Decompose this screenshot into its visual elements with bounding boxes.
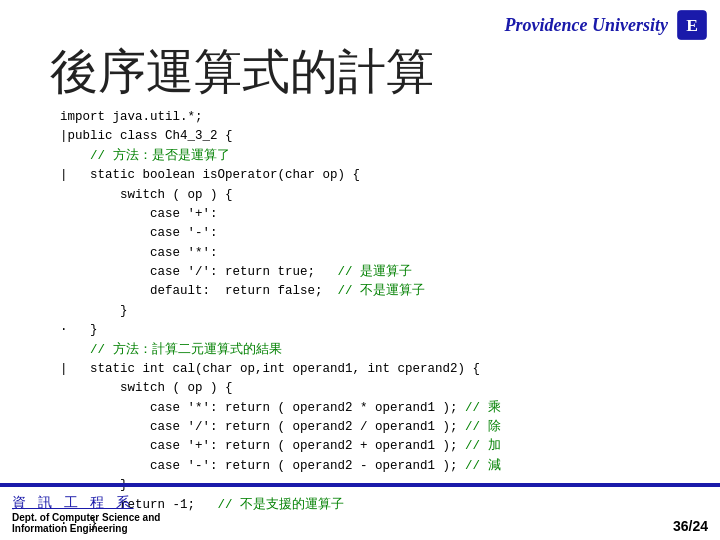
code-line: case '+': [60, 207, 218, 221]
code-comment: // 減 [465, 459, 501, 473]
dept-info: 資 訊 工 程 系 Dept. of Computer Science and … [12, 494, 160, 534]
dept-logo-text: 資 訊 工 程 系 [12, 494, 160, 512]
code-comment: // 方法：是否是運算了 [90, 149, 230, 163]
code-line: · } [60, 323, 98, 337]
code-comment: // 除 [465, 420, 501, 434]
code-line: case '/': return ( operand2 / operand1 )… [60, 420, 501, 434]
code-comment: // 方法：計算二元運算式的結果 [90, 343, 282, 357]
code-line: case '/': return true; // 是運算子 [60, 265, 412, 279]
code-comment: // 是運算子 [338, 265, 413, 279]
code-line: switch ( op ) { [60, 381, 233, 395]
code-line: | static int cal(char op,int operand1, i… [60, 362, 480, 376]
dept-name-line2: Information Engineering [12, 523, 160, 534]
code-line: // 方法：是否是運算了 [60, 149, 230, 163]
code-comment: // 不是運算子 [338, 284, 426, 298]
code-line: default: return false; // 不是運算子 [60, 284, 425, 298]
code-line: // 方法：計算二元運算式的結果 [60, 343, 282, 357]
svg-text:E: E [686, 15, 698, 35]
code-line: switch ( op ) { [60, 188, 233, 202]
code-line: |public class Ch4_3_2 { [60, 129, 233, 143]
code-line: case '*': return ( operand2 * operand1 )… [60, 401, 501, 415]
code-area: import java.util.*; |public class Ch4_3_… [60, 108, 700, 480]
code-line: case '*': [60, 246, 218, 260]
code-comment: // 加 [465, 439, 501, 453]
university-name: Providence University [505, 15, 668, 36]
dept-name-line1: Dept. of Computer Science and [12, 512, 160, 523]
footer: 資 訊 工 程 系 Dept. of Computer Science and … [0, 485, 720, 540]
university-logo: E [676, 9, 708, 41]
code-line: } [60, 304, 128, 318]
code-line: case '-': return ( operand2 - operand1 )… [60, 459, 501, 473]
code-line: case '-': [60, 226, 218, 240]
page-number: 36/24 [673, 518, 708, 534]
code-line: | static boolean isOperator(char op) { [60, 168, 360, 182]
page-title: 後序運算式的計算 [50, 40, 434, 104]
code-comment: // 乘 [465, 401, 501, 415]
code-line: case '+': return ( operand2 + operand1 )… [60, 439, 501, 453]
code-line: import java.util.*; [60, 110, 203, 124]
